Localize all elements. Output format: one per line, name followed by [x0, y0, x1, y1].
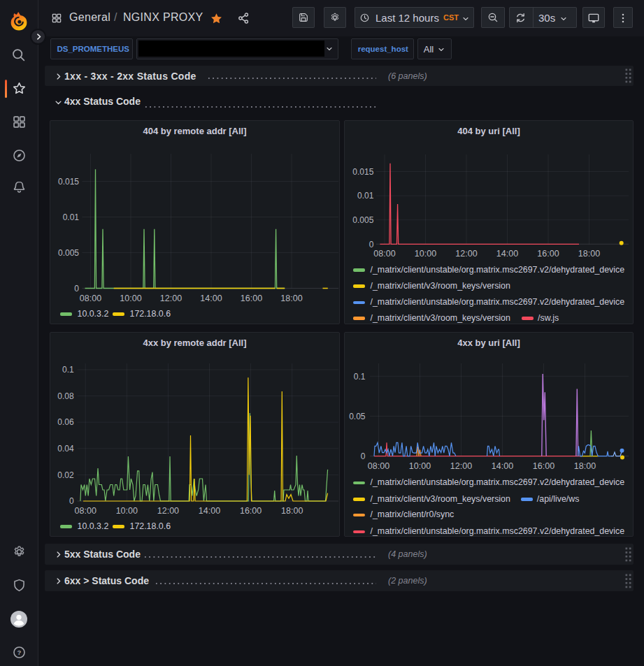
svg-text:12:00: 12:00 — [157, 506, 179, 516]
svg-text:0: 0 — [74, 284, 79, 294]
svg-text:0: 0 — [69, 496, 74, 506]
svg-text:16:00: 16:00 — [240, 506, 262, 516]
svg-text:12:00: 12:00 — [160, 294, 182, 303]
svg-text:0.04: 0.04 — [57, 444, 74, 454]
svg-text:0.005: 0.005 — [352, 215, 373, 225]
svg-text:0.015: 0.015 — [58, 177, 79, 187]
svg-text:12:00: 12:00 — [450, 461, 472, 471]
svg-text:08:00: 08:00 — [80, 294, 101, 303]
svg-text:08:00: 08:00 — [368, 461, 389, 471]
svg-text:0: 0 — [369, 240, 374, 249]
svg-text:14:00: 14:00 — [199, 506, 220, 516]
svg-text:18:00: 18:00 — [281, 506, 303, 516]
svg-text:0.005: 0.005 — [58, 248, 79, 258]
svg-text:10:00: 10:00 — [415, 249, 436, 259]
svg-text:0.08: 0.08 — [57, 391, 74, 401]
svg-text:0.1: 0.1 — [354, 372, 366, 382]
svg-text:0.06: 0.06 — [57, 417, 74, 427]
svg-text:14:00: 14:00 — [200, 294, 222, 303]
svg-text:14:00: 14:00 — [496, 249, 518, 259]
svg-text:18:00: 18:00 — [578, 249, 600, 259]
svg-text:0.01: 0.01 — [357, 191, 374, 201]
svg-text:0.1: 0.1 — [62, 365, 74, 375]
svg-text:0.01: 0.01 — [63, 212, 80, 222]
svg-text:16:00: 16:00 — [537, 249, 559, 259]
svg-text:18:00: 18:00 — [574, 461, 596, 471]
svg-text:?: ? — [17, 649, 22, 656]
svg-text:10:00: 10:00 — [409, 461, 431, 471]
svg-text:0.02: 0.02 — [57, 470, 74, 480]
svg-text:0: 0 — [361, 451, 366, 461]
svg-text:08:00: 08:00 — [373, 249, 395, 259]
svg-text:16:00: 16:00 — [241, 294, 262, 303]
svg-text:10:00: 10:00 — [120, 294, 141, 303]
svg-text:0.05: 0.05 — [349, 412, 366, 421]
svg-text:08:00: 08:00 — [75, 506, 96, 516]
svg-text:14:00: 14:00 — [492, 461, 513, 471]
svg-text:10:00: 10:00 — [116, 506, 138, 516]
svg-text:18:00: 18:00 — [280, 294, 302, 303]
svg-text:16:00: 16:00 — [533, 461, 554, 471]
svg-text:0.015: 0.015 — [352, 167, 373, 177]
svg-text:12:00: 12:00 — [455, 249, 477, 259]
